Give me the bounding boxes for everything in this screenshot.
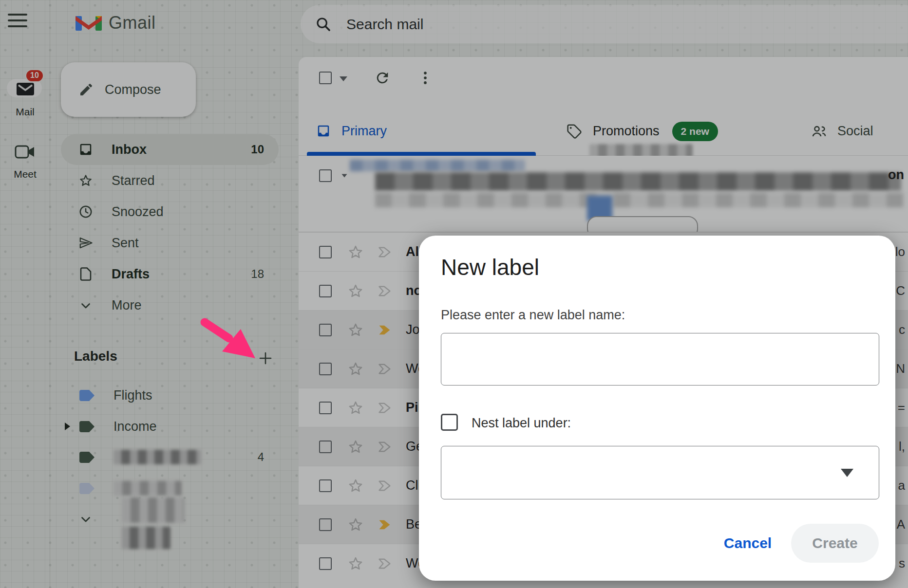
gmail-window: 10 Mail Meet — [0, 0, 908, 588]
nest-parent-select[interactable] — [441, 446, 879, 499]
create-button[interactable]: Create — [791, 524, 879, 563]
dialog-prompt: Please enter a new label name: — [441, 308, 625, 323]
select-caret-icon — [841, 469, 853, 477]
dialog-title: New label — [441, 254, 539, 280]
nest-label-text: Nest label under: — [472, 416, 571, 431]
new-label-dialog: New label Please enter a new label name:… — [419, 236, 895, 581]
annotation-arrow-icon — [199, 316, 272, 370]
cancel-button[interactable]: Cancel — [711, 526, 784, 561]
nest-label-checkbox[interactable] — [441, 414, 458, 431]
new-label-name-input[interactable] — [441, 333, 879, 386]
